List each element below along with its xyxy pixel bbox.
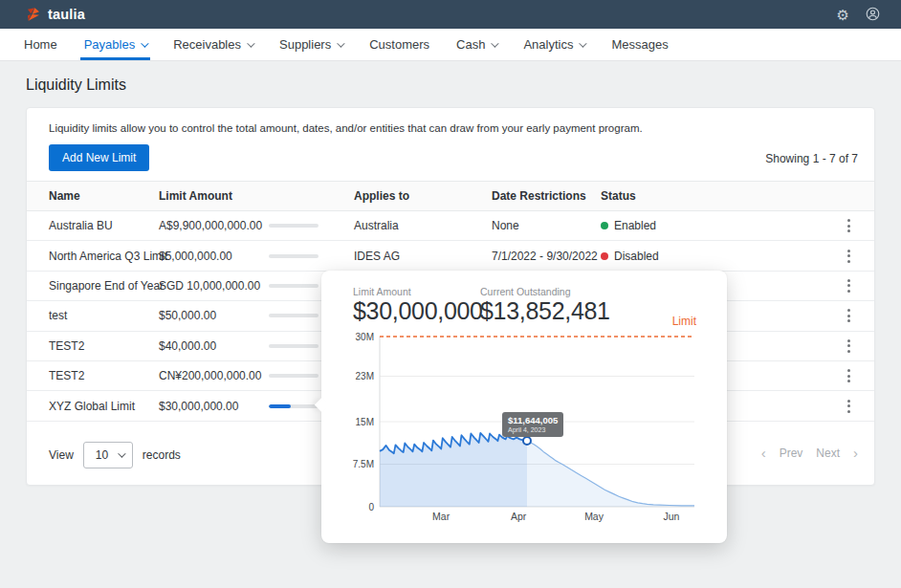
limit-line-label: Limit	[672, 315, 696, 328]
row-applies-to: Australia	[354, 219, 399, 232]
row-actions-menu-icon[interactable]	[843, 247, 855, 266]
chevron-down-icon	[580, 39, 587, 47]
add-new-limit-button[interactable]: Add New Limit	[49, 144, 149, 171]
svg-text:7.5M: 7.5M	[353, 459, 374, 469]
utilization-bar[interactable]	[269, 374, 319, 378]
status-label: Disabled	[614, 250, 659, 263]
nav-item-home[interactable]: Home	[24, 29, 71, 60]
tooltip-date: April 4, 2023	[508, 426, 558, 433]
row-name: TEST2	[49, 369, 84, 382]
row-actions-menu-icon[interactable]	[843, 366, 855, 385]
row-actions-menu-icon[interactable]	[843, 397, 855, 416]
utilization-bar[interactable]	[269, 404, 319, 408]
main-nav: Home Payables Receivables Suppliers Cust…	[0, 29, 901, 61]
row-name: North America Q3 Limit	[49, 250, 167, 263]
svg-text:May: May	[584, 511, 604, 522]
taulia-logo-icon	[26, 7, 41, 22]
view-label: View	[49, 448, 74, 462]
table-header: Name Limit Amount Applies to Date Restri…	[27, 181, 874, 211]
next-arrow-icon[interactable]: ›	[853, 446, 858, 460]
current-outstanding-value: $13,852,481	[480, 297, 610, 325]
row-actions-menu-icon[interactable]	[843, 306, 855, 325]
chevron-down-icon	[247, 39, 254, 47]
svg-text:23M: 23M	[356, 371, 374, 381]
status-dot-icon	[601, 252, 608, 260]
row-status: Disabled	[601, 250, 659, 263]
taulia-logo[interactable]: taulia	[26, 7, 85, 22]
status-label: Enabled	[614, 219, 656, 232]
col-name: Name	[49, 189, 80, 203]
svg-text:30M: 30M	[356, 332, 374, 342]
row-name: test	[49, 309, 67, 322]
page-title: Liquidity Limits	[26, 76, 126, 94]
limit-detail-popup: Limit Amount $30,000,000 Current Outstan…	[321, 271, 727, 543]
next-button[interactable]: Next	[816, 446, 840, 460]
row-limit-amount: $40,000.00	[159, 339, 216, 353]
col-status: Status	[601, 189, 636, 203]
row-limit-amount: $50,000.00	[159, 309, 216, 322]
pagination: ‹ Prev Next ›	[761, 446, 858, 460]
row-status: Enabled	[601, 219, 656, 232]
row-limit-amount: A$9,900,000,000.00	[159, 219, 262, 232]
nav-item-customers[interactable]: Customers	[356, 29, 443, 60]
tooltip-value: $11,644,005	[508, 415, 558, 425]
brand-name: taulia	[48, 7, 85, 22]
chevron-down-icon	[118, 449, 125, 457]
row-applies-to: IDES AG	[354, 250, 400, 263]
top-bar: taulia ⚙	[0, 0, 901, 29]
prev-button[interactable]: Prev	[780, 446, 803, 460]
account-icon[interactable]	[866, 7, 880, 23]
settings-gear-icon[interactable]: ⚙	[837, 8, 849, 22]
nav-item-messages[interactable]: Messages	[598, 29, 681, 60]
row-date-restrictions: None	[492, 219, 519, 232]
utilization-bar[interactable]	[269, 284, 319, 288]
svg-text:0: 0	[368, 502, 374, 512]
current-outstanding-label: Current Outstanding	[480, 286, 571, 297]
col-limit-amount: Limit Amount	[159, 189, 232, 203]
chevron-down-icon	[337, 39, 344, 47]
page-size-select[interactable]: 10	[83, 442, 133, 468]
nav-item-analytics[interactable]: Analytics	[510, 29, 598, 60]
utilization-bar[interactable]	[269, 254, 319, 258]
page-size-value: 10	[96, 448, 108, 462]
row-limit-amount: $30,000,000.00	[159, 400, 238, 413]
row-name: Australia BU	[49, 219, 113, 232]
status-dot-icon	[601, 222, 608, 229]
row-name: Singapore End of Year	[49, 279, 164, 293]
chevron-down-icon	[141, 39, 148, 47]
showing-count: Showing 1 - 7 of 7	[765, 152, 858, 165]
utilization-bar[interactable]	[269, 344, 319, 348]
col-date-restrictions: Date Restrictions	[492, 189, 586, 203]
svg-text:Mar: Mar	[432, 511, 450, 522]
row-actions-menu-icon[interactable]	[843, 276, 855, 295]
svg-text:15M: 15M	[356, 417, 374, 427]
chart-tooltip: $11,644,005 April 4, 2023	[502, 412, 563, 437]
row-limit-amount: $5,000,000.00	[159, 250, 232, 263]
row-actions-menu-icon[interactable]	[843, 216, 855, 235]
utilization-bar[interactable]	[269, 314, 319, 317]
row-actions-menu-icon[interactable]	[843, 337, 855, 356]
row-limit-amount: CN¥200,000,000.00	[159, 369, 261, 382]
col-applies-to: Applies to	[354, 189, 409, 203]
limit-amount-label: Limit Amount	[353, 286, 411, 297]
chevron-down-icon	[492, 39, 499, 47]
nav-item-suppliers[interactable]: Suppliers	[266, 29, 356, 60]
svg-text:Apr: Apr	[511, 511, 527, 522]
row-name: XYZ Global Limit	[49, 400, 135, 413]
table-row: North America Q3 Limit $5,000,000.00 IDE…	[27, 241, 874, 271]
limit-amount-value: $30,000,000	[353, 297, 483, 325]
row-limit-amount: SGD 10,000,000.00	[159, 279, 260, 293]
row-name: TEST2	[49, 339, 84, 353]
records-label: records	[143, 448, 181, 462]
page-description: Liquidity limits allow you to control th…	[49, 122, 643, 134]
prev-arrow-icon[interactable]: ‹	[761, 446, 766, 460]
nav-item-cash[interactable]: Cash	[443, 29, 510, 60]
table-row: Australia BU A$9,900,000,000.00 Australi…	[27, 211, 874, 241]
nav-item-receivables[interactable]: Receivables	[160, 29, 266, 60]
row-date-restrictions: 7/1/2022 - 9/30/2022	[492, 250, 598, 263]
nav-item-payables[interactable]: Payables	[71, 29, 160, 60]
svg-text:Jun: Jun	[664, 511, 680, 522]
utilization-bar[interactable]	[269, 224, 319, 228]
